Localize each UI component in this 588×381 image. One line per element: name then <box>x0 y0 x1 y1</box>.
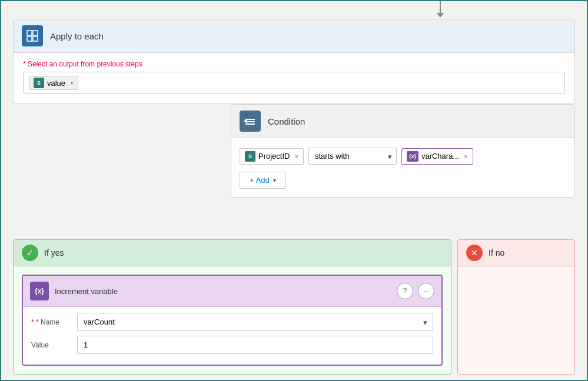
name-select-wrapper[interactable]: varCount <box>77 313 433 331</box>
increment-help-button[interactable]: ? <box>397 283 413 299</box>
increment-more-button[interactable]: ··· <box>418 283 434 299</box>
select-label: * Select an output from previous steps <box>23 60 565 68</box>
help-icon: ? <box>403 287 407 295</box>
condition-right-tag[interactable]: {x} varChara... × <box>401 148 473 165</box>
condition-header: Condition <box>231 105 574 138</box>
value-field-row: Value <box>31 336 433 354</box>
apply-each-header: Apply to each <box>14 19 574 53</box>
main-container: Apply to each * Select an output from pr… <box>0 0 588 381</box>
add-button-label: + Add <box>250 176 270 185</box>
increment-actions: ? ··· <box>397 283 434 299</box>
increment-variable-card: {x} Increment variable ? ··· <box>22 275 443 366</box>
if-no-branch: ✕ If no <box>457 239 575 375</box>
var-chara-label: varChara... <box>421 152 459 161</box>
svg-rect-2 <box>27 36 32 41</box>
top-connector-line <box>440 1 441 13</box>
apply-each-icon <box>22 25 43 46</box>
increment-header: {x} Increment variable ? ··· <box>23 276 441 307</box>
project-id-close[interactable]: × <box>294 153 298 160</box>
condition-body: S ProjectID × starts with {x} varCh <box>231 138 574 197</box>
apply-each-title: Apply to each <box>50 31 104 41</box>
project-id-icon: S <box>245 151 255 162</box>
value-label: Value <box>31 341 72 349</box>
value-tag-icon: S <box>34 78 44 88</box>
name-field-row: * Name varCount <box>31 313 433 331</box>
top-arrow-head <box>437 13 444 18</box>
svg-rect-0 <box>27 31 32 35</box>
condition-row: S ProjectID × starts with {x} varCh <box>240 148 566 165</box>
branches-container: ✓ If yes {x} Increment variable ? <box>13 239 575 375</box>
if-yes-header: ✓ If yes <box>14 240 451 266</box>
name-label: * Name <box>31 318 72 326</box>
condition-block: Condition S ProjectID × starts with <box>231 104 575 198</box>
value-input[interactable] <box>77 336 433 354</box>
increment-header-left: {x} Increment variable <box>30 282 118 300</box>
condition-title: Condition <box>268 116 305 126</box>
more-options-icon: ··· <box>423 287 429 295</box>
condition-icon <box>240 111 261 132</box>
svg-rect-1 <box>33 31 38 35</box>
operator-select-wrapper[interactable]: starts with <box>308 148 397 165</box>
project-id-label: ProjectID <box>258 152 290 161</box>
name-select[interactable]: varCount <box>77 313 433 331</box>
add-condition-button[interactable]: + Add ▾ <box>240 172 286 189</box>
increment-icon: {x} <box>30 282 49 300</box>
var-chara-close[interactable]: × <box>464 153 467 160</box>
if-no-title: If no <box>489 248 504 258</box>
yes-icon: ✓ <box>22 245 38 261</box>
add-chevron-icon: ▾ <box>273 177 276 183</box>
value-tag-container[interactable]: S value × <box>23 72 565 94</box>
operator-select[interactable]: starts with <box>308 148 397 165</box>
svg-rect-6 <box>245 123 255 125</box>
apply-each-body: * Select an output from previous steps S… <box>14 53 574 103</box>
value-tag-close[interactable]: × <box>70 79 74 86</box>
if-no-header: ✕ If no <box>458 240 574 266</box>
svg-rect-3 <box>33 36 38 41</box>
var-chara-icon: {x} <box>407 151 418 162</box>
increment-title: Increment variable <box>55 287 118 296</box>
no-icon: ✕ <box>466 245 483 261</box>
value-tag: S value × <box>29 76 78 90</box>
if-yes-branch: ✓ If yes {x} Increment variable ? <box>13 239 451 375</box>
increment-body: * Name varCount Value <box>23 307 441 365</box>
if-yes-title: If yes <box>44 248 64 258</box>
value-tag-label: value <box>47 79 65 88</box>
condition-left-tag[interactable]: S ProjectID × <box>240 148 304 165</box>
apply-each-block: Apply to each * Select an output from pr… <box>13 19 575 104</box>
